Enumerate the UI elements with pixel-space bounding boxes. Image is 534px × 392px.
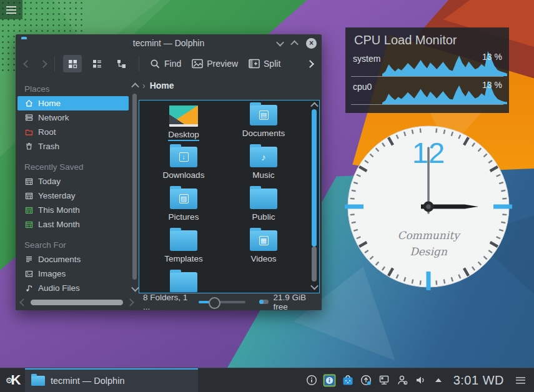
notifications-icon[interactable] bbox=[305, 373, 319, 387]
details-view-button[interactable] bbox=[87, 55, 106, 72]
status-bar: 8 Folders, 1 ... 21.9 GiB free bbox=[139, 293, 320, 310]
updates-icon[interactable] bbox=[359, 373, 373, 387]
minimize-button[interactable] bbox=[276, 38, 284, 46]
sidebar-item-documents[interactable]: Documents bbox=[16, 252, 129, 267]
home-icon bbox=[24, 99, 33, 108]
taskbar: ⚙K tecmint — Dolphin bbox=[0, 368, 534, 392]
zoom-slider[interactable] bbox=[199, 297, 245, 307]
folder-item-documents[interactable]: ▤ Documents bbox=[224, 104, 304, 145]
cpu-row-value: 13 % bbox=[482, 80, 502, 90]
folder-item-music[interactable]: ♪ Music bbox=[224, 145, 304, 187]
zoom-slider-knob[interactable] bbox=[209, 297, 220, 309]
folder-item-downloads[interactable]: ↓ Downloads bbox=[144, 145, 224, 187]
status-items-text: 8 Folders, 1 ... bbox=[143, 293, 194, 311]
sidebar-item-this-month[interactable]: This Month bbox=[16, 203, 129, 217]
tree-view-button[interactable] bbox=[112, 55, 131, 72]
scrollbar-thumb[interactable] bbox=[312, 109, 317, 247]
folder-icon bbox=[250, 189, 277, 209]
file-view-scrollbar[interactable] bbox=[310, 101, 319, 292]
breadcrumb[interactable]: › Home bbox=[142, 81, 174, 91]
breadcrumb-chevron-icon: › bbox=[142, 81, 146, 91]
music-note-icon bbox=[24, 284, 33, 293]
folder-icon: ▦ bbox=[250, 230, 277, 251]
maximize-button[interactable] bbox=[290, 40, 299, 48]
trash-icon bbox=[24, 142, 33, 151]
preview-icon bbox=[192, 59, 203, 69]
search-icon bbox=[150, 59, 161, 69]
icons-view-button[interactable] bbox=[63, 55, 82, 72]
sidebar-item-audio-files[interactable]: Audio Files bbox=[16, 281, 129, 293]
sidebar-item-today[interactable]: Today bbox=[16, 174, 129, 189]
cpu-row-value: 13 % bbox=[482, 52, 502, 62]
image-icon bbox=[24, 270, 33, 278]
toolbar-overflow-button[interactable] bbox=[306, 60, 314, 68]
cpu-row-system: system 13 % bbox=[351, 49, 503, 77]
sidebar-item-network[interactable]: Network bbox=[16, 110, 129, 125]
find-button[interactable]: Find bbox=[147, 59, 184, 69]
digital-clock[interactable]: 3:01 WD bbox=[453, 373, 504, 388]
cpu-row-cpu0: cpu0 13 % bbox=[351, 77, 503, 105]
document-emblem-icon: ▤ bbox=[250, 105, 277, 125]
folder-item-templates[interactable]: Templates bbox=[144, 229, 224, 271]
calendar-icon bbox=[24, 177, 33, 186]
scroll-up-icon[interactable] bbox=[131, 83, 139, 91]
places-horizontal-scrollbar[interactable] bbox=[21, 298, 133, 306]
sidebar-item-home[interactable]: Home bbox=[17, 96, 129, 110]
user-switcher-icon[interactable] bbox=[395, 373, 409, 387]
panel-menu-icon[interactable] bbox=[513, 375, 528, 386]
music-emblem-icon: ♪ bbox=[250, 147, 277, 167]
folder-icon: ▨ bbox=[170, 189, 197, 209]
sidebar-item-images[interactable]: Images bbox=[16, 267, 129, 281]
split-label: Split bbox=[264, 59, 280, 69]
scroll-down-icon[interactable] bbox=[131, 284, 139, 292]
discover-icon[interactable] bbox=[341, 373, 355, 387]
desktop-toolbox-button[interactable] bbox=[0, 0, 22, 19]
network-icon[interactable] bbox=[377, 373, 391, 387]
application-launcher-button[interactable]: ⚙K bbox=[2, 370, 24, 390]
folder-icon bbox=[170, 230, 197, 251]
places-section-title: Search For bbox=[16, 238, 139, 252]
sidebar-item-yesterday[interactable]: Yesterday bbox=[16, 189, 129, 203]
breadcrumb-home[interactable]: Home bbox=[150, 81, 174, 91]
find-label: Find bbox=[164, 59, 181, 69]
sidebar-item-root[interactable]: Root bbox=[16, 125, 129, 139]
split-button[interactable]: Split bbox=[246, 59, 283, 69]
folder-grid: Desktop ▤ Documents ↓ Downloads ♪ Musi bbox=[139, 100, 320, 293]
titlebar[interactable]: tecmint — Dolphin × bbox=[16, 34, 322, 52]
scroll-right-icon[interactable] bbox=[126, 298, 134, 306]
folder-icon: ♪ bbox=[250, 147, 277, 167]
folder-icon: ▤ bbox=[250, 105, 277, 125]
scroll-down-icon[interactable] bbox=[310, 282, 319, 290]
kde-logo-icon: ⚙K bbox=[6, 373, 21, 387]
preview-button[interactable]: Preview bbox=[189, 59, 240, 69]
video-emblem-icon: ▦ bbox=[250, 230, 277, 251]
close-button[interactable]: × bbox=[306, 38, 317, 49]
sidebar-item-last-month[interactable]: Last Month bbox=[16, 217, 129, 232]
taskbar-task-dolphin[interactable]: tecmint — Dolphin bbox=[25, 368, 198, 392]
folder-item-desktop[interactable]: Desktop bbox=[144, 104, 224, 145]
folder-icon bbox=[170, 272, 197, 292]
clipboard-info-icon[interactable] bbox=[323, 373, 337, 387]
folder-item-videos[interactable]: ▦ Videos bbox=[224, 229, 304, 271]
folder-item-pictures[interactable]: ▨ Pictures bbox=[144, 187, 224, 229]
scrollbar-track[interactable] bbox=[312, 247, 317, 282]
back-button[interactable] bbox=[23, 60, 31, 68]
sidebar-item-trash[interactable]: Trash bbox=[16, 139, 129, 154]
task-folder-icon bbox=[31, 376, 45, 386]
details-view-icon bbox=[92, 59, 102, 69]
places-section-title: Places bbox=[16, 82, 139, 96]
expand-tray-icon[interactable] bbox=[432, 373, 445, 387]
cpu-row-label: system bbox=[353, 54, 380, 64]
volume-icon[interactable] bbox=[413, 373, 427, 387]
forward-button[interactable] bbox=[39, 60, 47, 68]
folder-item-public[interactable]: Public bbox=[224, 187, 304, 229]
cpu-widget-title: CPU Load Monitor bbox=[354, 33, 500, 47]
scroll-left-icon[interactable] bbox=[19, 298, 27, 306]
scrollbar-thumb[interactable] bbox=[31, 300, 123, 305]
split-icon bbox=[249, 59, 260, 69]
preview-label: Preview bbox=[207, 59, 238, 69]
places-scrollbar[interactable] bbox=[131, 83, 139, 293]
scrollbar-thumb[interactable] bbox=[132, 94, 137, 280]
folder-item-partial[interactable] bbox=[144, 271, 224, 292]
folder-icon: ↓ bbox=[170, 147, 197, 167]
